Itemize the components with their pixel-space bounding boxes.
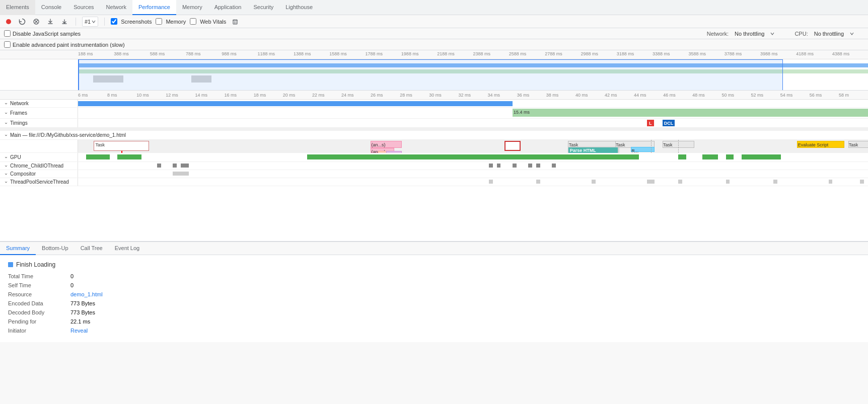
overview-content[interactable] [0,59,868,91]
detail-tick: 58 m [839,93,849,98]
memory-checkbox-label[interactable]: Memory [156,18,186,25]
tab-performance[interactable]: Performance [132,0,176,15]
tracks-scroll[interactable]: Network Frames 15.4 ms Timings [0,100,868,241]
summary-content: Finish Loading Total Time 0 Self Time 0 … [0,255,868,342]
tab-call-tree[interactable]: Call Tree [75,242,109,255]
task-box-1[interactable]: Task [94,141,149,151]
expand-thread-pool-icon[interactable] [4,180,8,184]
delete-button[interactable] [230,17,240,27]
track-compositor-canvas[interactable] [78,170,868,178]
expand-gpu-icon[interactable] [4,155,8,159]
expand-frames-icon[interactable] [4,111,8,115]
resource-link[interactable]: demo_1.html [70,291,103,297]
task-box-9[interactable]: Task [848,141,868,148]
cpu-label: CPU: [794,31,808,37]
track-gpu-label: GPU [0,153,78,161]
track-network-canvas[interactable] [78,100,868,107]
controls-bar: #1 Screenshots Memory Web Vitals [0,15,868,28]
screenshots-checkbox-label[interactable]: Screenshots [111,18,152,25]
overview-ruler-tick: 788 ms [186,51,201,56]
parse-html-label: Parse HTML [568,147,618,153]
tab-bar: Elements Console Sources Network Perform… [0,0,868,15]
tab-security[interactable]: Security [247,0,279,15]
web-vitals-checkbox[interactable] [190,18,196,25]
track-main-tasks-label [0,140,78,152]
gpu-bar-2 [117,154,141,159]
network-value: No throttling [735,31,764,37]
dashed-line-1 [651,140,652,153]
overview-ruler-tick: 988 ms [222,51,237,56]
clear-button[interactable] [31,17,41,27]
initiator-link[interactable]: Reveal [70,328,88,334]
disable-js-samples-checkbox[interactable] [4,30,11,37]
tab-event-log[interactable]: Event Log [109,242,146,255]
resource-row: Resource demo_1.html [8,291,860,297]
tab-lighthouse[interactable]: Lighthouse [279,0,319,15]
task-box-2[interactable]: (an...s) [371,141,402,148]
screenshots-checkbox[interactable] [111,18,117,25]
track-main-tasks[interactable]: Task (an...s) (an...s) s... m... [0,140,868,153]
tab-memory[interactable]: Memory [176,0,208,15]
task-box-5[interactable]: m... [386,151,402,153]
tab-application[interactable]: Application [208,0,248,15]
decoded-row: Decoded Body 773 Bytes [8,309,860,315]
track-timings-canvas[interactable]: L DCL [78,119,868,127]
overview-ruler-tick: 2388 ms [473,51,490,56]
track-frames-canvas[interactable]: 15.4 ms [78,108,868,118]
detail-tick: 34 ms [488,93,500,98]
tab-elements[interactable]: Elements [0,0,35,15]
enable-paint-label[interactable]: Enable advanced paint instrumentation (s… [4,41,125,48]
overview-ruler: 188 ms388 ms588 ms788 ms988 ms1188 ms138… [0,50,868,59]
memory-checkbox[interactable] [156,18,162,25]
expand-child-io-icon[interactable] [4,164,8,168]
tab-summary[interactable]: Summary [0,242,36,255]
expand-timings-icon[interactable] [4,121,8,125]
tab-console[interactable]: Console [35,0,67,15]
detail-tick: 32 ms [458,93,471,98]
detail-tick: 26 ms [371,93,383,98]
evaluate-script-box[interactable]: Evaluate Script [797,141,844,148]
save-profile-button[interactable] [59,17,69,27]
record-button[interactable] [4,17,13,26]
web-vitals-checkbox-label[interactable]: Web Vitals [190,18,226,25]
detail-tick: 46 ms [663,93,676,98]
overview-ruler-tick: 1388 ms [294,51,311,56]
selected-region[interactable] [78,59,783,91]
overview-ruler-tick: 1588 ms [329,51,347,56]
tab-bottom-up[interactable]: Bottom-Up [36,242,75,255]
timeline-overview[interactable]: 188 ms388 ms588 ms788 ms988 ms1188 ms138… [0,50,868,91]
settings-bar-2: Enable advanced paint instrumentation (s… [0,39,868,50]
track-gpu-canvas[interactable] [78,153,868,161]
load-profile-button[interactable] [45,17,55,27]
track-main-tasks-canvas[interactable]: Task (an...s) (an...s) s... m... [78,140,868,153]
expand-icon[interactable] [4,102,8,106]
track-child-io-canvas[interactable] [78,162,868,170]
detail-tick: 44 ms [634,93,646,98]
encoded-row: Encoded Data 773 Bytes [8,300,860,306]
summary-color-dot [8,262,13,267]
detail-tick: 30 ms [429,93,442,98]
profile-selector[interactable]: #1 [82,17,98,27]
track-compositor-label: Compositor [0,170,78,178]
track-thread-pool-canvas[interactable] [78,178,868,186]
reload-record-button[interactable] [17,17,27,27]
disable-js-samples-label[interactable]: Disable JavaScript samples [4,30,81,37]
overview-ruler-tick: 1988 ms [401,51,419,56]
overview-ruler-tick: 4188 ms [796,51,814,56]
gpu-bar-4 [528,154,639,159]
self-time-row: Self Time 0 [8,282,860,288]
svg-point-0 [6,19,11,24]
network-throttling-chevron[interactable] [770,32,774,36]
tab-network[interactable]: Network [100,0,132,15]
detail-tick: 38 ms [546,93,559,98]
initiator-row: Initiator Reveal [8,328,860,334]
cpu-throttling-chevron[interactable] [850,32,854,36]
expand-main-icon[interactable] [4,133,8,137]
task-box-selected[interactable] [504,141,520,151]
tab-sources[interactable]: Sources [67,0,100,15]
expand-compositor-icon[interactable] [4,172,8,176]
settings-bar: Disable JavaScript samples Network: No t… [0,28,868,39]
overview-ruler-tick: 4388 ms [832,51,850,56]
enable-paint-checkbox[interactable] [4,41,11,48]
track-timings-label: Timings [0,119,78,127]
